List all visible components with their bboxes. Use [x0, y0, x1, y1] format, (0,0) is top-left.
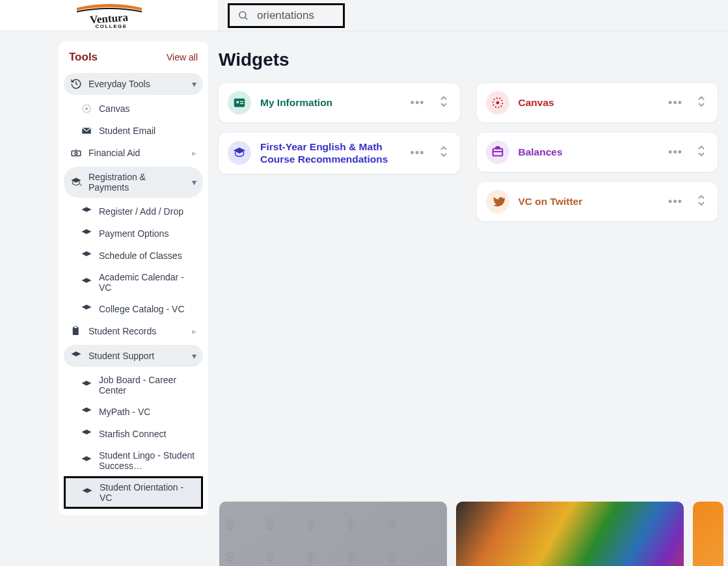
sidebar-item-schedule-classes[interactable]: Schedule of Classes	[64, 245, 203, 267]
category-label: Student Support	[88, 351, 154, 361]
widget-canvas[interactable]: Canvas •••	[477, 83, 718, 122]
widget-balances[interactable]: Balances •••	[477, 133, 718, 172]
sort-icon[interactable]	[437, 96, 451, 110]
category-registration[interactable]: + Registration & Payments ▾	[64, 167, 203, 198]
sidebar-item-job-board[interactable]: Job Board - Career Center	[64, 370, 203, 401]
category-financial-aid[interactable]: Financial Aid ▸	[64, 142, 203, 164]
searchbar-area	[218, 0, 728, 31]
canvas-icon	[486, 91, 509, 115]
more-icon[interactable]: •••	[666, 146, 685, 159]
more-icon[interactable]: •••	[666, 195, 685, 209]
svg-text:COLLEGE: COLLEGE	[95, 23, 127, 29]
search-box[interactable]	[228, 3, 345, 28]
svg-text:+: +	[79, 183, 82, 187]
more-icon[interactable]: •••	[408, 96, 427, 110]
widget-first-year-english-math[interactable]: First-Year English & Math Course Recomme…	[219, 133, 460, 174]
sidebar-item-label: Student Lingo - Student Success…	[99, 450, 196, 471]
money-icon	[70, 147, 82, 159]
svg-rect-6	[72, 151, 81, 156]
search-icon	[237, 10, 249, 21]
graduation-cap-plus-icon: +	[70, 176, 82, 188]
sidebar-item-payment-options[interactable]: Payment Options	[64, 222, 203, 245]
chevron-right-icon: ▸	[192, 326, 196, 336]
sort-icon[interactable]	[694, 96, 708, 110]
category-student-support[interactable]: Student Support ▾	[64, 345, 203, 367]
svg-point-2	[239, 12, 246, 18]
sidebar-item-student-lingo[interactable]: Student Lingo - Student Success…	[64, 445, 203, 476]
records-icon	[70, 325, 82, 337]
sidebar-item-label: Student Email	[99, 126, 155, 136]
widget-vc-twitter[interactable]: VC on Twitter •••	[477, 182, 718, 221]
sidebar-item-label: Student Orientation - VC	[100, 482, 196, 503]
bottom-feature-cards	[219, 502, 728, 566]
sidebar-item-label: Register / Add / Drop	[99, 206, 183, 217]
category-everyday-tools[interactable]: Everyday Tools ▾	[64, 73, 203, 95]
more-icon[interactable]: •••	[408, 146, 427, 160]
svg-point-7	[75, 152, 77, 155]
chevron-down-icon: ▾	[192, 79, 196, 89]
graduation-cap-icon	[81, 379, 92, 391]
category-student-records[interactable]: Student Records ▸	[64, 320, 203, 342]
view-all-link[interactable]: View all	[167, 52, 198, 62]
sidebar-item-label: MyPath - VC	[99, 407, 150, 417]
sidebar-item-college-catalog[interactable]: College Catalog - VC	[64, 298, 203, 320]
balances-icon	[486, 141, 509, 164]
sidebar-item-label: Job Board - Career Center	[99, 375, 196, 396]
category-label: Registration & Payments	[88, 172, 167, 193]
sidebar-item-label: Schedule of Classes	[99, 250, 182, 261]
graduation-cap-icon	[81, 428, 92, 440]
sort-icon[interactable]	[694, 195, 708, 209]
mail-icon	[81, 125, 92, 137]
topbar: Ventura COLLEGE	[0, 0, 728, 31]
chevron-right-icon: ▸	[192, 148, 196, 158]
sidebar-item-register-add-drop[interactable]: Register / Add / Drop	[64, 200, 203, 222]
sort-icon[interactable]	[437, 146, 451, 160]
graduation-cap-icon	[228, 141, 251, 165]
svg-rect-11	[234, 99, 245, 107]
graduation-cap-icon	[81, 487, 93, 498]
sidebar-item-label: Starfish Connect	[99, 429, 167, 439]
widget-label: VC on Twitter	[519, 195, 657, 208]
svg-rect-19	[496, 147, 500, 149]
search-input[interactable]	[257, 9, 335, 22]
feature-card-orange[interactable]	[693, 502, 723, 566]
category-label: Financial Aid	[88, 148, 140, 158]
widget-label: First-Year English & Math Course Recomme…	[260, 141, 399, 166]
svg-rect-10	[74, 327, 77, 329]
sidebar-item-starfish[interactable]: Starfish Connect	[64, 423, 203, 445]
sidebar-item-student-email[interactable]: Student Email	[64, 120, 203, 142]
svg-rect-13	[240, 101, 244, 101]
sidebar-item-canvas[interactable]: Canvas	[64, 98, 203, 120]
history-icon	[70, 78, 82, 90]
category-label: Student Records	[88, 326, 156, 336]
chevron-down-icon: ▾	[192, 177, 196, 187]
sidebar-item-label: Payment Options	[99, 228, 169, 239]
id-card-icon	[228, 91, 251, 115]
svg-rect-14	[240, 103, 244, 103]
widget-label: Canvas	[519, 96, 657, 109]
sidebar-item-student-orientation[interactable]: Student Orientation - VC	[64, 476, 203, 509]
svg-point-16	[496, 101, 499, 105]
sidebar-header: Tools View all	[64, 48, 203, 70]
sidebar-item-mypath[interactable]: MyPath - VC	[64, 401, 203, 423]
widget-label: My Information	[260, 96, 399, 109]
sidebar-item-label: Academic Calendar - VC	[99, 272, 196, 293]
sort-icon[interactable]	[694, 145, 708, 159]
sidebar-item-academic-calendar[interactable]: Academic Calendar - VC	[64, 267, 203, 298]
more-icon[interactable]: •••	[666, 96, 685, 110]
category-label: Everyday Tools	[88, 79, 150, 89]
svg-point-5	[85, 107, 88, 110]
graduation-cap-icon	[81, 455, 92, 466]
sidebar-item-label: Canvas	[99, 103, 129, 114]
graduation-cap-icon	[81, 250, 92, 262]
feature-card-pride-flag[interactable]	[456, 502, 684, 566]
graduation-cap-icon	[70, 350, 82, 362]
college-logo[interactable]: Ventura COLLEGE	[0, 0, 218, 31]
svg-point-12	[236, 101, 239, 103]
twitter-icon	[486, 190, 509, 213]
widgets-column-left: My Information ••• First-Year English & …	[219, 83, 460, 174]
feature-card-money[interactable]	[219, 502, 447, 566]
sidebar-item-label: College Catalog - VC	[99, 304, 185, 314]
svg-line-3	[245, 17, 247, 20]
widget-my-information[interactable]: My Information •••	[219, 83, 460, 122]
